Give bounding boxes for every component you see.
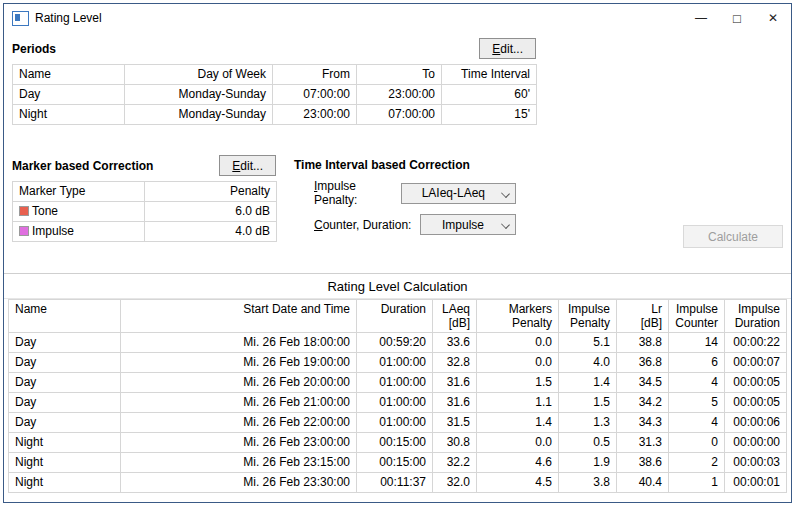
table-row: Day Monday-Sunday 07:00:00 23:00:00 60': [13, 85, 537, 105]
table-cell: 01:00:00: [357, 373, 433, 393]
table-cell: Day: [9, 333, 121, 353]
table-cell: 40.4: [617, 473, 669, 493]
impulse-marker-swatch: [19, 226, 29, 236]
column-header: From: [273, 65, 357, 85]
marker-correction-label: Marker based Correction: [12, 159, 153, 173]
table-cell: 1.4: [559, 373, 617, 393]
periods-section: Periods Edit... Name Day of Week From To…: [4, 38, 791, 125]
table-header-row: Name Day of Week From To Time Interval: [13, 65, 537, 85]
table-row: Day Mi. 26 Feb 18:00:00 00:59:20 33.6 0.…: [9, 333, 787, 353]
column-header: Marker Type: [13, 182, 145, 202]
table-cell: 34.3: [617, 413, 669, 433]
counter-duration-label: Counter, Duration:: [314, 218, 411, 232]
periods-edit-button[interactable]: Edit...: [479, 38, 536, 59]
table-cell: Mi. 26 Feb 23:15:00: [121, 453, 357, 473]
column-header: Time Interval: [442, 65, 537, 85]
table-cell: Night: [9, 473, 121, 493]
rating-level-window: Rating Level — □ ✕ Periods Edit... Name …: [3, 3, 792, 503]
table-cell: 00:00:01: [725, 473, 787, 493]
table-cell: 0.0: [477, 353, 559, 373]
window-controls: — □ ✕: [683, 4, 791, 32]
table-cell: 6.0 dB: [145, 202, 277, 222]
column-header: To: [357, 65, 442, 85]
close-button[interactable]: ✕: [755, 4, 791, 32]
table-cell: Day: [9, 373, 121, 393]
table-cell: Night: [9, 433, 121, 453]
table-row: Day Mi. 26 Feb 20:00:00 01:00:00 31.6 1.…: [9, 373, 787, 393]
chevron-down-icon: [501, 189, 510, 198]
impulse-penalty-value: LAIeq-LAeq: [422, 186, 485, 200]
table-cell: 01:00:00: [357, 413, 433, 433]
table-cell: 0: [669, 433, 725, 453]
table-cell: 36.8: [617, 353, 669, 373]
impulse-penalty-select[interactable]: LAIeq-LAeq: [401, 183, 516, 204]
table-cell: 00:00:22: [725, 333, 787, 353]
table-cell: 31.5: [433, 413, 477, 433]
table-cell: Mi. 26 Feb 20:00:00: [121, 373, 357, 393]
table-cell: 38.8: [617, 333, 669, 353]
table-cell: 0.5: [559, 433, 617, 453]
table-cell: 00:00:00: [725, 433, 787, 453]
table-cell: 1.5: [477, 373, 559, 393]
table-cell: 3.8: [559, 473, 617, 493]
table-cell: 34.2: [617, 393, 669, 413]
table-cell: Monday-Sunday: [125, 105, 273, 125]
table-cell: Mi. 26 Feb 22:00:00: [121, 413, 357, 433]
periods-table: Name Day of Week From To Time Interval D…: [12, 64, 537, 125]
table-cell: 31.6: [433, 393, 477, 413]
column-header: ImpulseDuration: [725, 300, 787, 333]
table-cell: Day: [9, 353, 121, 373]
table-row: Night Mi. 26 Feb 23:15:00 00:15:00 32.2 …: [9, 453, 787, 473]
table-cell: 00:00:06: [725, 413, 787, 433]
calculate-button[interactable]: Calculate: [683, 225, 783, 248]
window-title: Rating Level: [35, 11, 102, 25]
table-cell: Mi. 26 Feb 21:00:00: [121, 393, 357, 413]
column-header: Name: [9, 300, 121, 333]
column-header: Duration: [357, 300, 433, 333]
table-cell: 38.6: [617, 453, 669, 473]
table-cell: 30.8: [433, 433, 477, 453]
impulse-penalty-label: Impulse Penalty:: [314, 179, 401, 207]
table-cell: 1.3: [559, 413, 617, 433]
minimize-button[interactable]: —: [683, 4, 719, 32]
table-cell: 0.0: [477, 433, 559, 453]
table-cell: 00:00:07: [725, 353, 787, 373]
table-cell: Mi. 26 Feb 23:30:00: [121, 473, 357, 493]
table-cell: 1: [669, 473, 725, 493]
rating-level-calculation-section: Rating Level Calculation Name Start Date…: [4, 273, 791, 507]
table-cell: 5: [669, 393, 725, 413]
table-cell: 1.1: [477, 393, 559, 413]
table-row: Day Mi. 26 Feb 21:00:00 01:00:00 31.6 1.…: [9, 393, 787, 413]
column-header: Day of Week: [125, 65, 273, 85]
table-cell: 4: [669, 413, 725, 433]
table-cell: 33.6: [433, 333, 477, 353]
column-header: Start Date and Time: [121, 300, 357, 333]
marker-edit-button[interactable]: Edit...: [219, 155, 276, 176]
table-cell: 32.2: [433, 453, 477, 473]
table-cell: 1.9: [559, 453, 617, 473]
column-header: MarkersPenalty: [477, 300, 559, 333]
table-header-row: Marker Type Penalty: [13, 182, 277, 202]
table-cell: 23:00:00: [357, 85, 442, 105]
table-cell: Tone: [13, 202, 145, 222]
table-cell: 34.5: [617, 373, 669, 393]
maximize-button[interactable]: □: [719, 4, 755, 32]
column-header: ImpulseCounter: [669, 300, 725, 333]
table-cell: 1.4: [477, 413, 559, 433]
table-cell: 4.0: [559, 353, 617, 373]
table-cell: 2: [669, 453, 725, 473]
column-header: ImpulsePenalty: [559, 300, 617, 333]
table-cell: Day: [9, 393, 121, 413]
table-cell: 01:00:00: [357, 393, 433, 413]
marker-table: Marker Type Penalty Tone 6.0 dB Impulse …: [12, 181, 277, 242]
table-cell: 15': [442, 105, 537, 125]
counter-duration-select[interactable]: Impulse: [420, 214, 516, 235]
column-header: Name: [13, 65, 125, 85]
table-cell: 32.8: [433, 353, 477, 373]
marker-name: Tone: [32, 204, 58, 218]
table-row: Tone 6.0 dB: [13, 202, 277, 222]
table-cell: Mi. 26 Feb 19:00:00: [121, 353, 357, 373]
table-cell: 4.6: [477, 453, 559, 473]
periods-label: Periods: [12, 42, 56, 56]
table-cell: 00:00:05: [725, 373, 787, 393]
